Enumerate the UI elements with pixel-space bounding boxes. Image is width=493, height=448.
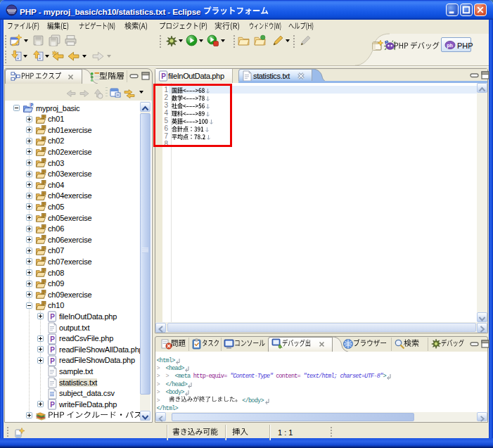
svg-text:P: P [30, 103, 34, 108]
svg-text:P: P [50, 313, 55, 321]
svg-text:P: P [161, 72, 166, 80]
svg-text:P: P [385, 39, 388, 46]
svg-text:P: P [50, 335, 55, 343]
svg-text:P: P [50, 357, 55, 364]
svg-text:ph: ph [447, 43, 453, 49]
svg-text:P: P [50, 401, 55, 409]
svg-text:P: P [50, 346, 55, 354]
